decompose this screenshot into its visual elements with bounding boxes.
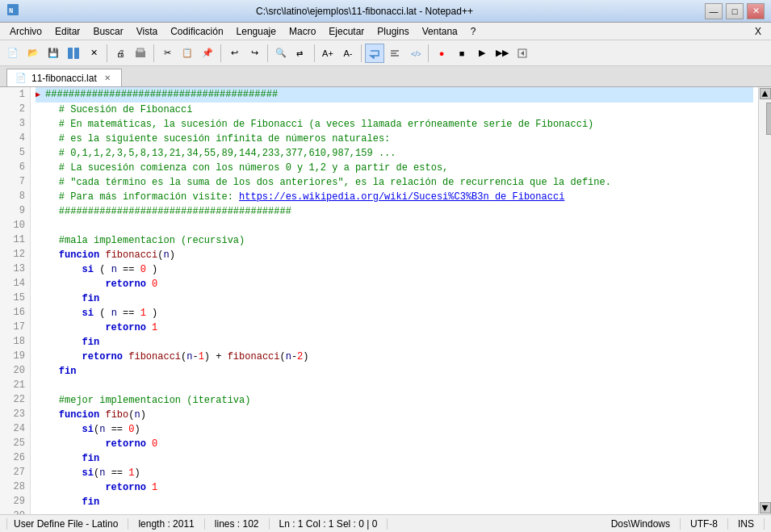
code-line-10 (36, 219, 753, 233)
close-doc-button[interactable]: ✕ (84, 44, 103, 63)
code-line-22: #mejor implementacion (iterativa) (36, 393, 753, 408)
scroll-down-button[interactable]: ▼ (760, 502, 771, 513)
menu-ejecutar[interactable]: Ejecutar (322, 24, 371, 39)
copy-button[interactable]: 📋 (178, 44, 197, 63)
code-line-14: retorno 0 (36, 277, 753, 291)
title-bar: N C:\src\latino\ejemplos\11-fibonacci.la… (0, 0, 771, 23)
syntax-button[interactable]: </> (405, 44, 425, 63)
svg-marker-12 (521, 51, 524, 56)
new-button[interactable]: 📄 (3, 44, 23, 63)
status-insert: INS (728, 518, 765, 530)
active-tab[interactable]: 📄 11-fibonacci.lat ✕ (6, 69, 122, 86)
code-line-7: # "cada término es la suma de los dos an… (36, 175, 753, 190)
find-button[interactable]: 🔍 (271, 44, 291, 63)
toolbar-sep-7 (428, 44, 429, 62)
menu-buscar[interactable]: Buscar (86, 24, 129, 39)
save-button[interactable]: 💾 (44, 44, 63, 63)
macro-stop-button[interactable]: ■ (452, 44, 471, 63)
code-line-5: # 0,1,1,2,3,5,8,13,21,34,55,89,144,233,3… (36, 146, 753, 161)
print-button[interactable]: 🖨 (111, 44, 130, 63)
toolbar-sep-6 (361, 44, 362, 62)
scroll-thumb[interactable] (766, 103, 772, 135)
wordwrap-button[interactable] (365, 44, 384, 63)
code-area[interactable]: ▶ ######################################… (31, 87, 758, 514)
code-line-3: # En matemáticas, la sucesión de Fibonac… (36, 117, 753, 132)
macro-run-button[interactable]: ▶▶ (492, 44, 512, 63)
code-line-20: fin (36, 364, 753, 379)
close-button[interactable]: ✕ (747, 3, 765, 19)
scroll-up-button[interactable]: ▲ (760, 88, 771, 99)
toolbar-sep-4 (267, 44, 268, 62)
tab-bar: 📄 11-fibonacci.lat ✕ (0, 66, 771, 87)
tab-close-button[interactable]: ✕ (102, 73, 113, 84)
maximize-button[interactable]: □ (726, 3, 744, 19)
tab-label: 11-fibonacci.lat (31, 73, 97, 84)
status-language: User Define File - Latino (6, 518, 128, 530)
code-line-12: funcion fibonacci(n) (36, 248, 753, 262)
svg-rect-5 (137, 48, 144, 52)
app-icon: N (6, 3, 19, 19)
menu-x: X (748, 26, 768, 37)
open-button[interactable]: 📂 (23, 44, 43, 63)
code-line-17: retorno 1 (36, 320, 753, 335)
code-line-11: #mala implementacion (recursiva) (36, 233, 753, 248)
code-line-16: si ( n == 1 ) (36, 306, 753, 320)
svg-rect-3 (74, 48, 79, 59)
svg-rect-2 (68, 48, 73, 59)
menu-help[interactable]: ? (464, 24, 483, 39)
zoom-in-button[interactable]: A+ (318, 44, 337, 63)
redo-button[interactable]: ↪ (245, 44, 264, 63)
menu-ventana[interactable]: Ventana (416, 24, 464, 39)
menu-plugins[interactable]: Plugins (371, 24, 415, 39)
status-position: Ln : 1 Col : 1 Sel : 0 | 0 (270, 518, 388, 530)
menu-archivo[interactable]: Archivo (3, 24, 48, 39)
cut-button[interactable]: ✂ (157, 44, 177, 63)
code-line-28: retorno 1 (36, 480, 753, 495)
paste-button[interactable]: 📌 (198, 44, 217, 63)
code-line-13: si ( n == 0 ) (36, 262, 753, 277)
minimize-button[interactable]: — (705, 3, 723, 19)
print-now-button[interactable] (131, 44, 150, 63)
code-line-19: retorno fibonacci(n-1) + fibonacci(n-2) (36, 350, 753, 364)
toolbar-sep-5 (314, 44, 315, 62)
toolbar-sep-2 (153, 44, 154, 62)
replace-button[interactable]: ⇄ (291, 44, 311, 63)
menu-macro[interactable]: Macro (283, 24, 322, 39)
svg-text:⇄: ⇄ (296, 49, 303, 58)
tab-icon: 📄 (15, 73, 27, 83)
code-line-23: funcion fibo(n) (36, 408, 753, 422)
code-line-18: fin (36, 335, 753, 350)
vertical-scrollbar[interactable]: ▲ ▼ (758, 87, 771, 514)
editor-container: 1 2 3 4 5 6 7 8 9 10 11 12 13 14 15 16 1… (0, 87, 771, 514)
code-line-30 (36, 509, 753, 514)
window-title: C:\src\latino\ejemplos\11-fibonacci.lat … (256, 6, 473, 17)
indent-button[interactable] (385, 44, 404, 63)
zoom-out-button[interactable]: A- (338, 44, 358, 63)
code-line-9: ######################################## (36, 204, 753, 219)
menu-editar[interactable]: Editar (48, 24, 86, 39)
status-length: length : 2011 (128, 518, 204, 530)
menu-bar: Archivo Editar Buscar Vista Codificación… (0, 23, 771, 40)
toolbar-sep-1 (107, 44, 107, 62)
code-line-6: # La sucesión comienza con los números 0… (36, 161, 753, 175)
toolbar-sep-3 (220, 44, 221, 62)
menu-lenguaje[interactable]: Lenguaje (230, 24, 283, 39)
code-line-25: retorno 0 (36, 437, 753, 451)
undo-button[interactable]: ↩ (224, 44, 244, 63)
macro-rec-button[interactable]: ● (432, 44, 451, 63)
svg-text:N: N (9, 7, 13, 15)
status-lines: lines : 102 (205, 518, 270, 530)
code-line-2: # Sucesión de Fibonacci (36, 103, 753, 117)
macro-play-button[interactable]: ▶ (472, 44, 492, 63)
toolbar: 📄 📂 💾 ✕ 🖨 ✂ 📋 📌 ↩ ↪ 🔍 ⇄ A+ A- </> ● ■ ▶ … (0, 40, 771, 66)
save-all-button[interactable] (64, 44, 83, 63)
line-numbers: 1 2 3 4 5 6 7 8 9 10 11 12 13 14 15 16 1… (0, 87, 31, 514)
code-line-29: fin (36, 495, 753, 509)
status-encoding: UTF-8 (681, 518, 728, 530)
menu-vista[interactable]: Vista (130, 24, 164, 39)
title-buttons: — □ ✕ (705, 3, 765, 19)
code-line-21 (36, 379, 753, 393)
menu-codificacion[interactable]: Codificación (164, 24, 229, 39)
macro-save-button[interactable] (513, 44, 532, 63)
code-line-27: si(n == 1) (36, 466, 753, 480)
